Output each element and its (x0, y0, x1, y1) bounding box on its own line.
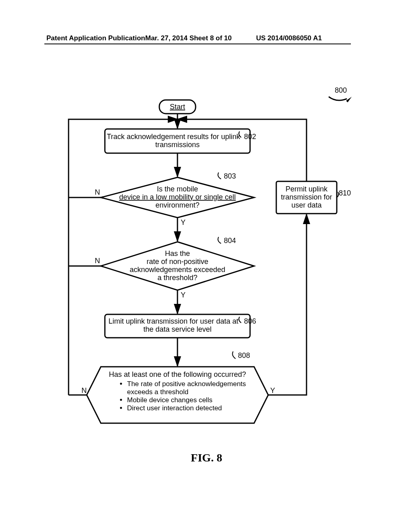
header-right: US 2014/0086050 A1 (256, 34, 322, 42)
svg-text:Direct user interaction detect: Direct user interaction detected (127, 404, 222, 412)
svg-text:rate of non-positive: rate of non-positive (146, 258, 208, 266)
ref-802: 802 (244, 133, 256, 141)
decision-804: Has the rate of non-positive acknowledge… (101, 237, 254, 290)
svg-text:environment?: environment? (155, 201, 199, 209)
svg-text:transmissions: transmissions (155, 141, 200, 149)
svg-text:The rate of positive acknowled: The rate of positive acknowledgements (127, 380, 246, 388)
svg-point-37 (120, 399, 122, 401)
svg-text:Mobile device changes cells: Mobile device changes cells (127, 396, 213, 404)
svg-text:Limit uplink transmission for : Limit uplink transmission for user data … (108, 317, 238, 325)
svg-text:a threshold?: a threshold? (157, 274, 197, 282)
ref-806: 806 (244, 317, 256, 325)
decision-803: Is the mobile device in a low mobility o… (101, 172, 254, 218)
ref-810: 810 (339, 189, 351, 197)
svg-text:Y: Y (181, 291, 186, 299)
svg-marker-0 (346, 97, 352, 102)
ref-800: 800 (335, 86, 347, 94)
svg-point-34 (120, 383, 122, 385)
start-terminator: Start (159, 100, 196, 114)
svg-text:N: N (81, 387, 87, 395)
svg-point-39 (120, 407, 122, 409)
svg-text:the data service level: the data service level (143, 325, 211, 333)
header-rule (44, 44, 351, 44)
box-806: Limit uplink transmission for user data … (105, 314, 256, 338)
svg-text:Y: Y (181, 218, 186, 227)
svg-text:N: N (95, 188, 100, 196)
svg-text:user data: user data (291, 201, 322, 209)
ref-803: 803 (224, 172, 236, 180)
flowchart: 800 Start Track acknowledgement results … (44, 81, 355, 443)
figure-caption: FIG. 8 (0, 451, 413, 464)
header-center: Mar. 27, 2014 Sheet 8 of 10 (145, 34, 232, 42)
svg-text:acknowledgements exceeded: acknowledgements exceeded (129, 266, 225, 274)
box-802: Track acknowledgement results for uplink… (105, 129, 256, 153)
page: Patent Application Publication Mar. 27, … (0, 0, 413, 532)
svg-text:Has at least one of the follow: Has at least one of the following occurr… (109, 370, 246, 378)
header-left: Patent Application Publication (46, 34, 145, 42)
svg-text:transmission for: transmission for (281, 193, 332, 201)
svg-text:Track acknowledgement results : Track acknowledgement results for uplink (107, 133, 240, 141)
svg-text:Start: Start (170, 103, 185, 111)
svg-text:Permit uplink: Permit uplink (286, 185, 328, 193)
svg-text:device in a low mobility or si: device in a low mobility or single cell (119, 193, 236, 201)
ref-804: 804 (224, 237, 236, 245)
box-810: Permit uplink transmission for user data… (276, 181, 351, 214)
ref-808: 808 (238, 351, 250, 360)
svg-text:N: N (95, 257, 100, 265)
svg-text:Has the: Has the (165, 249, 190, 258)
svg-text:Is the mobile: Is the mobile (157, 185, 198, 193)
svg-text:exceeds a threshold: exceeds a threshold (127, 388, 188, 396)
svg-text:Y: Y (270, 387, 275, 395)
